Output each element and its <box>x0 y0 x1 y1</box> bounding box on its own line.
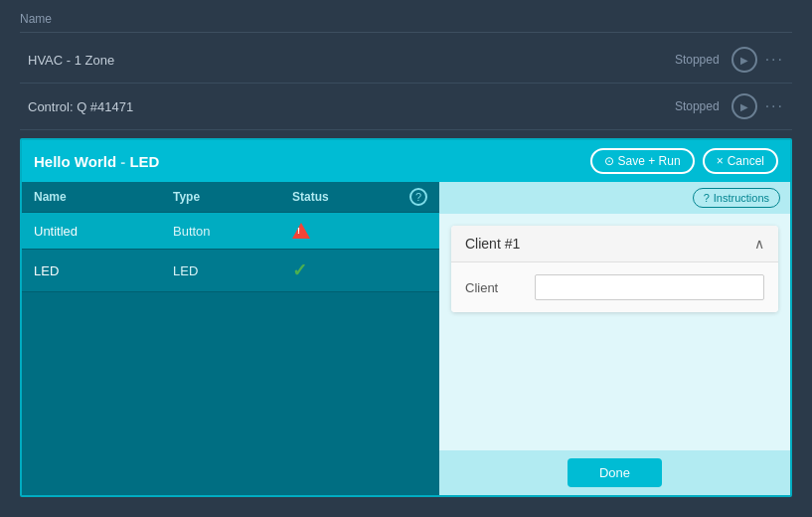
row-status-led: ✓ <box>292 259 427 281</box>
list-row-name: Control: Q #41471 <box>28 99 675 114</box>
top-list: Name HVAC - 1 Zone Stopped ▶ ··· Control… <box>0 0 812 138</box>
instructions-label: Instructions <box>714 192 769 204</box>
save-run-icon: ⊙ <box>604 154 614 168</box>
list-item: Control: Q #41471 Stopped ▶ ··· <box>20 84 792 130</box>
col-header-status: Status <box>292 190 427 204</box>
instructions-bar: ? Instructions <box>439 182 790 214</box>
warning-icon <box>292 223 310 239</box>
row-status-untitled <box>292 223 427 239</box>
main-panel: Hello World - LED ⊙ Save + Run × Cancel … <box>20 138 792 497</box>
list-header-name: Name <box>20 12 52 26</box>
panel-footer: Done <box>439 450 790 495</box>
cancel-icon: × <box>717 154 724 168</box>
row-type-untitled: Button <box>173 224 292 239</box>
play-icon-1: ▶ <box>740 101 748 112</box>
col-header-name: Name <box>34 190 173 204</box>
instructions-help-icon: ? <box>704 192 710 204</box>
done-button[interactable]: Done <box>568 458 662 487</box>
list-row-status: Stopped <box>675 53 720 67</box>
config-content: Client #1 ∧ Client <box>439 214 790 450</box>
more-options-button-0[interactable]: ··· <box>765 51 784 69</box>
table-help-icon[interactable]: ? <box>409 188 427 206</box>
client-card-body: Client <box>451 262 778 312</box>
list-row-name: HVAC - 1 Zone <box>28 53 675 68</box>
save-run-button[interactable]: ⊙ Save + Run <box>590 148 695 174</box>
instructions-button[interactable]: ? Instructions <box>693 188 780 208</box>
table-row-untitled[interactable]: Untitled Button <box>22 213 439 250</box>
panel-title-main: Hello World <box>34 153 116 170</box>
chevron-up-icon: ∧ <box>754 236 764 252</box>
play-icon-0: ▶ <box>740 55 748 66</box>
save-run-label: Save + Run <box>618 154 681 168</box>
client-card: Client #1 ∧ Client <box>451 226 778 312</box>
row-name-untitled: Untitled <box>34 224 173 239</box>
list-item: HVAC - 1 Zone Stopped ▶ ··· <box>20 37 792 84</box>
panel-title-dash: - <box>116 153 129 170</box>
col-header-type: Type <box>173 190 292 204</box>
play-button-1[interactable]: ▶ <box>731 93 757 119</box>
client-card-title: Client #1 <box>465 236 520 252</box>
panel-title: Hello World - LED <box>34 153 159 170</box>
check-icon: ✓ <box>292 259 307 281</box>
cancel-button[interactable]: × Cancel <box>703 148 778 174</box>
row-name-led: LED <box>34 263 173 278</box>
client-field-row: Client <box>465 274 764 300</box>
table-header: Name Type Status ? <box>22 182 439 213</box>
client-field-input[interactable] <box>535 274 764 300</box>
cancel-label: Cancel <box>728 154 764 168</box>
table-row-led[interactable]: LED LED ✓ <box>22 250 439 292</box>
panel-header: Hello World - LED ⊙ Save + Run × Cancel <box>22 140 790 182</box>
list-header: Name <box>20 8 792 33</box>
right-config: ? Instructions Client #1 ∧ Client <box>439 182 790 495</box>
row-type-led: LED <box>173 263 292 278</box>
panel-title-suffix: LED <box>129 153 159 170</box>
left-table: Name Type Status ? Untitled Button LED L… <box>22 182 439 495</box>
list-row-status: Stopped <box>675 99 720 113</box>
client-field-label: Client <box>465 280 525 295</box>
panel-body: Name Type Status ? Untitled Button LED L… <box>22 182 790 495</box>
client-card-header[interactable]: Client #1 ∧ <box>451 226 778 262</box>
more-options-button-1[interactable]: ··· <box>765 97 784 115</box>
play-button-0[interactable]: ▶ <box>731 47 757 73</box>
header-buttons: ⊙ Save + Run × Cancel <box>590 148 778 174</box>
